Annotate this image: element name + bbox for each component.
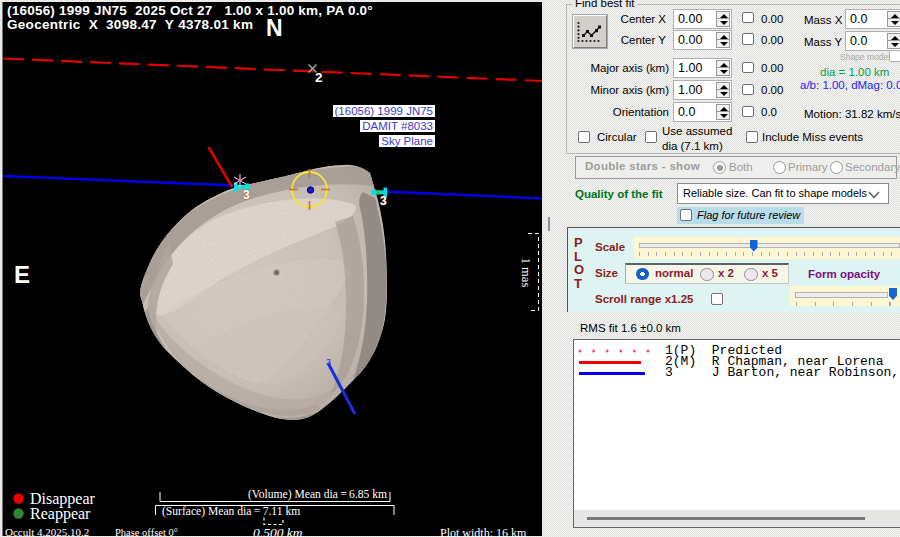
svg-text:3: 3 xyxy=(326,357,331,367)
